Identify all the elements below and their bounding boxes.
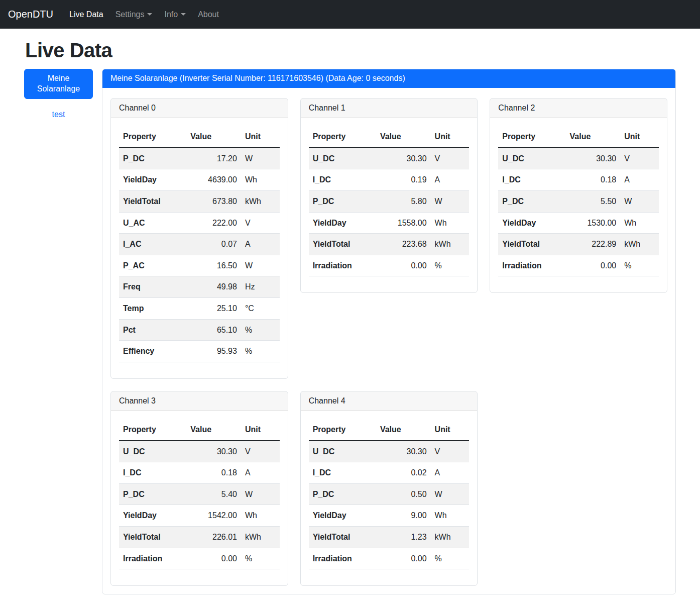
- channel-card: Channel 2PropertyValueUnitU_DC30.30VI_DC…: [490, 98, 667, 293]
- caret-down-icon: [181, 13, 186, 16]
- unit-cell: °C: [241, 297, 280, 319]
- property-cell: YieldTotal: [119, 190, 186, 212]
- unit-cell: A: [431, 169, 470, 191]
- channel-card: Channel 1PropertyValueUnitU_DC30.30VI_DC…: [300, 98, 478, 293]
- value-cell: 49.98: [186, 276, 241, 298]
- nav-item-settings[interactable]: Settings: [111, 6, 157, 23]
- value-cell: 16.50: [186, 255, 241, 276]
- channel-card-body: PropertyValueUnitP_DC17.20WYieldDay4639.…: [111, 118, 288, 378]
- property-cell: YieldDay: [309, 212, 376, 234]
- nav-item-about-label: About: [198, 10, 219, 19]
- value-cell: 30.30: [186, 441, 241, 462]
- table-row: Irradiation0.00%: [309, 255, 470, 276]
- value-cell: 1.23: [376, 527, 431, 548]
- property-cell: I_DC: [119, 462, 186, 484]
- table-row: I_DC0.18A: [119, 462, 280, 484]
- column-header-unit: Unit: [431, 419, 470, 441]
- column-header-property: Property: [309, 419, 376, 441]
- property-cell: Freq: [119, 276, 186, 298]
- value-cell: 5.50: [566, 190, 621, 212]
- channel-card: Channel 0PropertyValueUnitP_DC17.20WYiel…: [110, 98, 288, 379]
- unit-cell: W: [241, 255, 280, 276]
- unit-cell: W: [431, 190, 470, 212]
- sidebar-link-test[interactable]: test: [24, 110, 93, 119]
- table-row: YieldTotal673.80kWh: [119, 190, 280, 212]
- table-row: YieldDay1542.00Wh: [119, 505, 280, 527]
- column-header-property: Property: [309, 126, 376, 148]
- value-cell: 222.89: [566, 234, 621, 255]
- value-cell: 5.40: [186, 483, 241, 505]
- table-row: I_DC0.19A: [309, 169, 470, 191]
- unit-cell: kWh: [241, 190, 280, 212]
- table-row: YieldTotal1.23kWh: [309, 527, 470, 548]
- property-cell: P_AC: [119, 255, 186, 276]
- property-cell: Pct: [119, 319, 186, 341]
- table-row: Irradiation0.00%: [119, 548, 280, 569]
- table-row: Pct65.10%: [119, 319, 280, 341]
- table-row: I_DC0.02A: [309, 462, 470, 484]
- inverter-panel-header: Meine Solaranlage (Inverter Serial Numbe…: [102, 69, 675, 88]
- property-cell: I_DC: [309, 169, 376, 191]
- nav-item-settings-label: Settings: [115, 10, 145, 19]
- table-row: YieldTotal222.89kWh: [498, 234, 659, 255]
- column-header-value: Value: [566, 126, 621, 148]
- table-row: Irradiation0.00%: [309, 548, 470, 569]
- value-cell: 1558.00: [376, 212, 431, 234]
- nav-item-about[interactable]: About: [194, 6, 223, 23]
- property-cell: Irradiation: [498, 255, 565, 276]
- value-cell: 0.00: [376, 255, 431, 276]
- table-row: Effiency95.93%: [119, 341, 280, 362]
- table-header-row: PropertyValueUnit: [498, 126, 659, 148]
- table-header-row: PropertyValueUnit: [309, 126, 470, 148]
- value-cell: 30.30: [376, 441, 431, 462]
- unit-cell: %: [431, 255, 470, 276]
- table-row: P_DC0.50W: [309, 483, 470, 505]
- property-cell: YieldDay: [119, 505, 186, 527]
- table-row: P_DC17.20W: [119, 148, 280, 169]
- channel-card-title: Channel 3: [111, 391, 288, 411]
- property-cell: U_DC: [119, 441, 186, 462]
- unit-cell: %: [241, 341, 280, 362]
- caret-down-icon: [147, 13, 152, 16]
- channel-card: Channel 4PropertyValueUnitU_DC30.30VI_DC…: [300, 391, 478, 586]
- property-cell: U_DC: [498, 148, 565, 169]
- channel-card-title: Channel 0: [111, 98, 288, 118]
- table-row: Temp25.10°C: [119, 297, 280, 319]
- table-row: I_DC0.18A: [498, 169, 659, 191]
- value-cell: 9.00: [376, 505, 431, 527]
- unit-cell: kWh: [431, 527, 470, 548]
- value-cell: 30.30: [376, 148, 431, 169]
- property-cell: YieldTotal: [309, 527, 376, 548]
- channels-grid: Channel 0PropertyValueUnitP_DC17.20WYiel…: [110, 98, 667, 586]
- table-row: U_DC30.30V: [309, 148, 470, 169]
- value-cell: 0.18: [566, 169, 621, 191]
- table-row: YieldTotal226.01kWh: [119, 527, 280, 548]
- property-cell: P_DC: [498, 190, 565, 212]
- channel-table: PropertyValueUnitU_DC30.30VI_DC0.02AP_DC…: [309, 419, 470, 569]
- unit-cell: A: [431, 462, 470, 484]
- inverter-panel: Meine Solaranlage (Inverter Serial Numbe…: [102, 69, 676, 594]
- column-header-unit: Unit: [241, 126, 280, 148]
- unit-cell: Wh: [241, 505, 280, 527]
- value-cell: 0.00: [376, 548, 431, 569]
- unit-cell: Wh: [431, 212, 470, 234]
- unit-cell: %: [241, 319, 280, 341]
- channel-card-title: Channel 1: [301, 98, 478, 118]
- unit-cell: A: [241, 234, 280, 255]
- navbar-brand[interactable]: OpenDTU: [8, 9, 53, 20]
- nav-item-live-data[interactable]: Live Data: [65, 6, 107, 23]
- inverter-select-button[interactable]: Meine Solaranlage: [24, 69, 93, 99]
- value-cell: 65.10: [186, 319, 241, 341]
- property-cell: YieldTotal: [498, 234, 565, 255]
- column-header-property: Property: [498, 126, 565, 148]
- table-row: Freq49.98Hz: [119, 276, 280, 298]
- value-cell: 1530.00: [566, 212, 621, 234]
- nav-item-info[interactable]: Info: [160, 6, 190, 23]
- property-cell: YieldTotal: [309, 234, 376, 255]
- value-cell: 5.80: [376, 190, 431, 212]
- nav-item-info-label: Info: [164, 10, 178, 19]
- value-cell: 0.00: [186, 548, 241, 569]
- unit-cell: W: [431, 483, 470, 505]
- value-cell: 95.93: [186, 341, 241, 362]
- unit-cell: V: [241, 441, 280, 462]
